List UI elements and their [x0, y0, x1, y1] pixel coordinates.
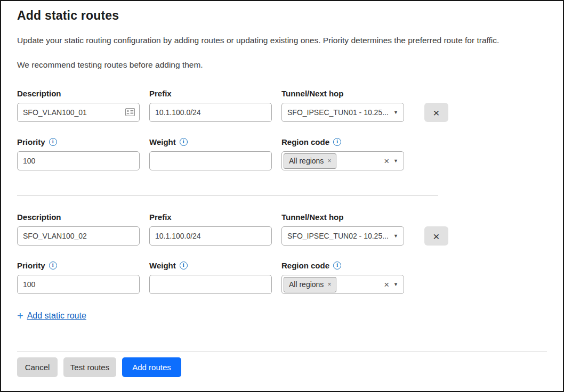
description-input-2[interactable] — [17, 226, 140, 246]
weight-label: Weight i — [149, 260, 272, 271]
chevron-down-icon: ▼ — [393, 158, 398, 164]
clear-icon[interactable]: × — [384, 280, 389, 289]
route-block-1: Description — [17, 88, 547, 170]
info-icon[interactable]: i — [49, 138, 57, 146]
description-input-1[interactable] — [17, 103, 140, 122]
priority-input-1[interactable] — [17, 151, 140, 170]
chip-remove-icon[interactable]: × — [327, 281, 331, 288]
weight-input-1[interactable] — [149, 151, 272, 170]
remove-route-button-1[interactable]: × — [424, 103, 448, 122]
close-icon: × — [433, 107, 439, 118]
test-routes-button[interactable]: Test routes — [63, 357, 116, 377]
region-select-2[interactable]: All regions × × ▼ — [281, 275, 404, 294]
tunnel-label: Tunnel/Next hop — [281, 211, 404, 222]
tunnel-field-1: Tunnel/Next hop SFO_IPSEC_TUN01 - 10.25.… — [281, 88, 404, 122]
intro-text: Update your static routing configuration… — [17, 36, 547, 45]
region-chip[interactable]: All regions × — [284, 277, 336, 292]
add-static-route-link[interactable]: Add static route — [27, 311, 86, 321]
priority-input-2[interactable] — [17, 275, 140, 294]
weight-label: Weight i — [149, 136, 272, 147]
prefix-input-1[interactable] — [149, 103, 272, 122]
description-field-1: Description — [17, 88, 140, 122]
close-icon: × — [433, 231, 439, 242]
prefix-label: Prefix — [149, 211, 272, 222]
region-field-2: Region code i All regions × × ▼ — [281, 260, 404, 294]
recommend-text: We recommend testing routes before addin… — [17, 60, 547, 70]
route-block-2: Description Prefix Tunnel/Next hop SFO_I — [17, 211, 547, 294]
footer-divider — [17, 352, 547, 352]
weight-field-1: Weight i — [149, 136, 272, 170]
description-field-2: Description — [17, 211, 140, 246]
clear-icon[interactable]: × — [384, 157, 389, 166]
add-static-routes-dialog: Add static routes Update your static rou… — [0, 0, 564, 392]
region-code-label: Region code i — [281, 260, 404, 271]
prefix-label: Prefix — [149, 88, 272, 99]
add-routes-button[interactable]: Add routes — [122, 357, 181, 377]
tunnel-select-1[interactable]: SFO_IPSEC_TUN01 - 10.25... ▼ — [281, 103, 404, 122]
remove-route-button-2[interactable]: × — [424, 226, 448, 246]
tunnel-field-2: Tunnel/Next hop SFO_IPSEC_TUN02 - 10.25.… — [281, 211, 404, 246]
priority-field-2: Priority i — [17, 260, 140, 294]
region-select-1[interactable]: All regions × × ▼ — [281, 151, 404, 170]
prefix-input-2[interactable] — [149, 226, 272, 246]
plus-icon: + — [17, 311, 23, 321]
info-icon[interactable]: i — [49, 262, 57, 270]
info-icon[interactable]: i — [333, 262, 341, 270]
priority-field-1: Priority i — [17, 136, 140, 170]
cancel-button[interactable]: Cancel — [17, 357, 58, 377]
region-chip[interactable]: All regions × — [284, 153, 336, 169]
region-field-1: Region code i All regions × × ▼ — [281, 136, 404, 170]
page-title: Add static routes — [17, 9, 547, 23]
chip-remove-icon[interactable]: × — [327, 157, 331, 165]
weight-field-2: Weight i — [149, 260, 272, 294]
prefix-field-1: Prefix — [149, 88, 272, 122]
description-label: Description — [17, 211, 140, 222]
prefix-field-2: Prefix — [149, 211, 272, 246]
priority-label: Priority i — [17, 260, 140, 271]
info-icon[interactable]: i — [333, 138, 341, 146]
route-divider — [17, 195, 438, 196]
dialog-footer: Cancel Test routes Add routes — [17, 352, 547, 391]
info-icon[interactable]: i — [180, 138, 188, 146]
add-static-route-row: + Add static route — [17, 311, 547, 321]
info-icon[interactable]: i — [180, 262, 188, 270]
region-code-label: Region code i — [281, 136, 404, 147]
priority-label: Priority i — [17, 136, 140, 147]
chevron-down-icon: ▼ — [393, 110, 398, 115]
weight-input-2[interactable] — [149, 275, 272, 294]
chevron-down-icon: ▼ — [393, 282, 398, 287]
tunnel-select-2[interactable]: SFO_IPSEC_TUN02 - 10.25... ▼ — [281, 226, 404, 246]
description-label: Description — [17, 88, 140, 99]
chevron-down-icon: ▼ — [393, 233, 398, 239]
tunnel-label: Tunnel/Next hop — [281, 88, 404, 99]
